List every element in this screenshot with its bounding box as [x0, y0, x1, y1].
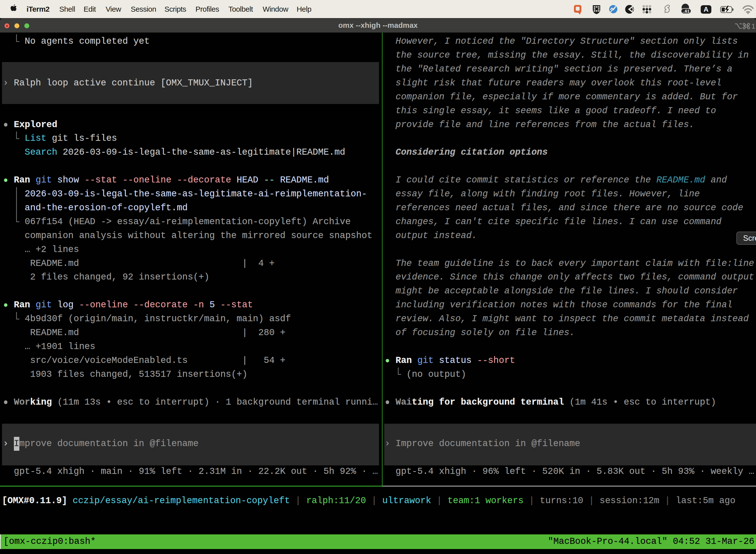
svg-text:A: A [704, 6, 709, 13]
svg-text:1: 1 [752, 22, 755, 30]
svg-text:..61: ..61 [683, 9, 690, 14]
